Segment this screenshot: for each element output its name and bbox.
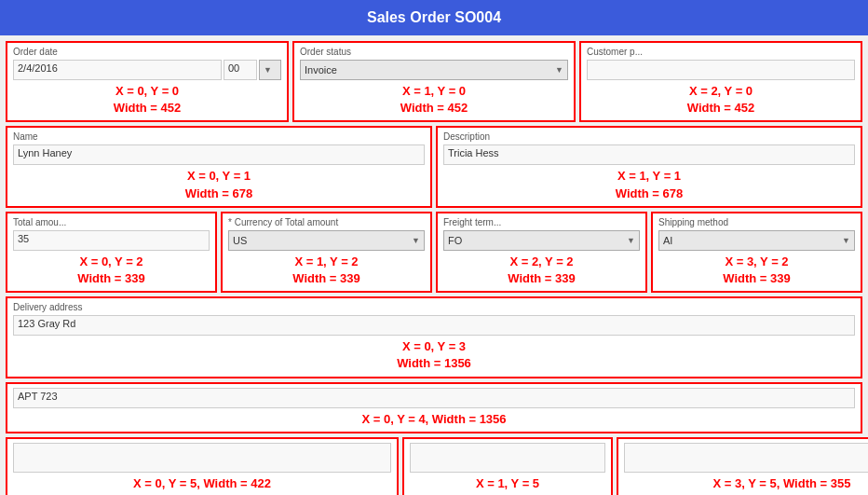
overlay-1-1: X = 1, Y = 1 Width = 678 (443, 168, 855, 201)
cell-label-0-0: Order date (13, 47, 281, 57)
cell-label-1-0: Order status (300, 47, 568, 57)
overlay-2-2: X = 2, Y = 2 Width = 339 (443, 254, 640, 287)
cell-label-0-1: Name (13, 131, 425, 142)
cell-label-1-2: * Currency of Total amount (228, 217, 425, 227)
row-5: X = 0, Y = 5, Width = 422 X = 1, Y = 5 W… (6, 437, 862, 495)
title-bar: Sales Order SO004 (0, 0, 868, 35)
row-4: APT 723 X = 0, Y = 4, Width = 1356 (6, 382, 862, 433)
cell-label-1-1: Description (443, 131, 855, 142)
input-customer[interactable] (587, 60, 855, 80)
cell-label-0-2: Total amou... (13, 217, 210, 227)
cell-label-0-3: Delivery address (13, 302, 855, 312)
overlay-3-5: X = 3, Y = 5, Width = 355 (624, 475, 868, 492)
input-order-time[interactable]: 00 (224, 60, 257, 80)
cell-1-5: X = 1, Y = 5 Width = 226 (402, 437, 613, 495)
row-2: Total amou... 35 X = 0, Y = 2 Width = 33… (6, 212, 862, 293)
page-title: Sales Order SO004 (367, 9, 501, 25)
input-name[interactable]: Lynn Haney (13, 144, 425, 165)
overlay-0-3: X = 0, Y = 3 Width = 1356 (13, 338, 855, 372)
cell-label-2-2: Freight term... (443, 217, 640, 227)
cell-label-3-2: Shipping method (658, 217, 855, 227)
input-row5-3[interactable] (624, 443, 868, 473)
input-row5-0[interactable] (13, 443, 391, 473)
form-container: Order date 2/4/2016 00 ▼ X = 0, Y = 0 Wi… (0, 35, 868, 495)
cell-0-2: Total amou... 35 X = 0, Y = 2 Width = 33… (6, 212, 217, 293)
select-shipping[interactable]: AI ▼ (658, 230, 855, 251)
overlay-0-1: X = 0, Y = 1 Width = 678 (13, 168, 425, 201)
cell-label-2-0: Customer p... (587, 47, 855, 57)
input-delivery-address[interactable]: 123 Gray Rd (13, 315, 855, 336)
cell-1-0: Order status Invoice ▼ X = 1, Y = 0 Widt… (292, 41, 576, 122)
cell-0-4: APT 723 X = 0, Y = 4, Width = 1356 (6, 382, 862, 433)
dropdown-order-date[interactable]: ▼ (259, 60, 281, 80)
overlay-0-0: X = 0, Y = 0 Width = 452 (13, 83, 281, 117)
cell-2-2: Freight term... FO ▼ X = 2, Y = 2 Width … (436, 212, 647, 293)
input-apt[interactable]: APT 723 (13, 388, 855, 408)
input-order-date[interactable]: 2/4/2016 (13, 60, 222, 80)
cell-1-2: * Currency of Total amount US ▼ X = 1, Y… (221, 212, 432, 293)
overlay-3-2: X = 3, Y = 2 Width = 339 (658, 254, 855, 287)
cell-3-2: Shipping method AI ▼ X = 3, Y = 2 Width … (651, 212, 862, 293)
overlay-2-0: X = 2, Y = 0 Width = 452 (587, 83, 855, 117)
cell-0-3: Delivery address 123 Gray Rd X = 0, Y = … (6, 296, 862, 378)
input-total-amount[interactable]: 35 (13, 230, 210, 251)
cell-2-0: Customer p... X = 2, Y = 0 Width = 452 (579, 41, 862, 122)
overlay-0-4: X = 0, Y = 4, Width = 1356 (13, 411, 855, 428)
select-currency[interactable]: US ▼ (228, 230, 425, 251)
overlay-0-2: X = 0, Y = 2 Width = 339 (13, 254, 210, 287)
overlay-1-2: X = 1, Y = 2 Width = 339 (228, 254, 425, 287)
select-freight[interactable]: FO ▼ (443, 230, 640, 251)
overlay-1-5: X = 1, Y = 5 Width = 226 (410, 475, 605, 495)
overlay-0-5: X = 0, Y = 5, Width = 422 (13, 475, 391, 492)
input-description[interactable]: Tricia Hess (443, 144, 855, 165)
cell-0-1: Name Lynn Haney X = 0, Y = 1 Width = 678 (6, 126, 432, 207)
row-3: Delivery address 123 Gray Rd X = 0, Y = … (6, 296, 862, 378)
row-1: Name Lynn Haney X = 0, Y = 1 Width = 678… (6, 126, 862, 207)
cell-0-0: Order date 2/4/2016 00 ▼ X = 0, Y = 0 Wi… (6, 41, 289, 122)
row-0: Order date 2/4/2016 00 ▼ X = 0, Y = 0 Wi… (6, 41, 862, 122)
overlay-1-0: X = 1, Y = 0 Width = 452 (300, 83, 568, 117)
select-order-status[interactable]: Invoice ▼ (300, 60, 568, 80)
cell-3-5: X = 3, Y = 5, Width = 355 (617, 437, 868, 495)
cell-0-5: X = 0, Y = 5, Width = 422 (6, 437, 399, 495)
cell-1-1: Description Tricia Hess X = 1, Y = 1 Wid… (436, 126, 862, 207)
input-row5-1[interactable] (410, 443, 605, 473)
